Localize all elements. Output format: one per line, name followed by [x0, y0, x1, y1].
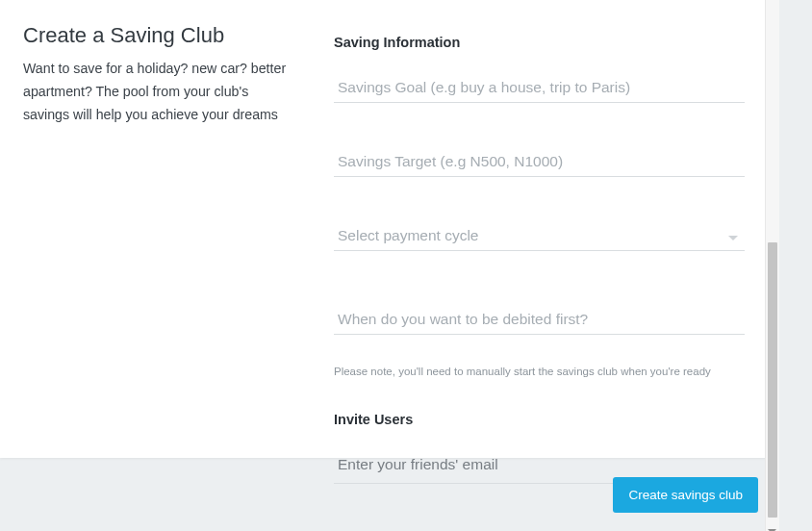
create-savings-club-button[interactable]: Create savings club [613, 477, 758, 513]
intro-column: Create a Saving Club Want to save for a … [0, 0, 313, 458]
scrollbar-track[interactable] [765, 0, 779, 531]
scroll-down-icon[interactable] [768, 521, 776, 527]
page-title: Create a Saving Club [23, 23, 290, 48]
savings-target-field [334, 149, 745, 177]
savings-target-input[interactable] [334, 149, 745, 177]
savings-goal-field [334, 75, 745, 103]
form-column: Saving Information Select payment cycle … [313, 0, 770, 458]
chevron-down-icon [727, 229, 739, 246]
footer-bar: Create savings club [0, 458, 770, 531]
saving-info-heading: Saving Information [334, 35, 745, 50]
scrollbar-thumb[interactable] [768, 242, 777, 518]
start-note: Please note, you'll need to manually sta… [334, 366, 745, 377]
payment-cycle-placeholder: Select payment cycle [334, 223, 745, 251]
page-container: Create a Saving Club Want to save for a … [0, 0, 779, 531]
debit-date-input[interactable] [334, 307, 745, 335]
create-saving-club-modal: Create a Saving Club Want to save for a … [0, 0, 770, 458]
savings-goal-input[interactable] [334, 75, 745, 103]
debit-date-field [334, 307, 745, 335]
payment-cycle-select[interactable]: Select payment cycle [334, 223, 745, 251]
invite-users-heading: Invite Users [334, 412, 745, 427]
page-description: Want to save for a holiday? new car? bet… [23, 58, 290, 127]
